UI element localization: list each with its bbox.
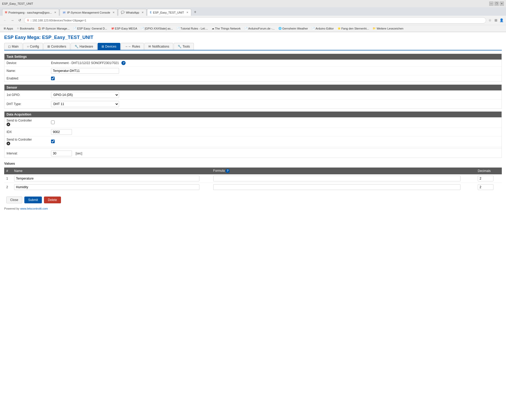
minimize-button[interactable]: — (489, 2, 493, 6)
bookmark-fang[interactable]: ⭐ Fang den Sternenhi... (336, 26, 371, 31)
back-button[interactable]: ← (2, 18, 8, 23)
row2-formula-input[interactable] (213, 184, 460, 190)
forward-button[interactable]: → (9, 18, 15, 23)
send-controller1-info-icon[interactable]: ● (7, 123, 10, 126)
address-input[interactable]: ℹ | 192.168.123.60/devices?index=2&page=… (24, 17, 486, 24)
home-icon: 🏠 (38, 27, 41, 30)
enabled-row: Enabled: (4, 75, 502, 82)
data-acquisition-header: Data Acquisition (4, 112, 502, 117)
formula-help-icon[interactable]: ? (226, 169, 230, 173)
send-controller1-checkbox[interactable] (51, 120, 55, 124)
nav-tabs: ◻ Main ○ Config ⊞ Controllers 🔧 Hardware… (4, 43, 502, 50)
tab-label-whatsapp: WhatsApp (126, 11, 139, 14)
submit-button[interactable]: Submit (24, 197, 42, 203)
bookmark-things-network[interactable]: ☁ The Things Network (210, 26, 242, 31)
tab-ipsymcon[interactable]: IP IP-Symcon Management Console ✕ (60, 9, 117, 16)
tab-close-espeasy[interactable]: ✕ (186, 11, 188, 14)
dht-type-select[interactable]: DHT 11 DHT 22 DHT 12 (51, 101, 119, 107)
tab-rules[interactable]: →→ Rules (121, 43, 144, 50)
buttons-row: Close Submit Delete (4, 194, 502, 206)
bookmark-tutorial[interactable]: 📄 Tutorial Rules - Let:... (175, 26, 210, 31)
footer: Powered by www.letscontrolit.com (4, 206, 502, 211)
bookmarks-bar: ⊞ Apps ☆ Bookmarks 🏠 IP-Symcon Manage...… (0, 25, 506, 32)
bookmark-gpio[interactable]: 📄 [GPIO-XX#State] as... (139, 26, 175, 31)
send-controller2-info-icon[interactable]: ● (7, 142, 10, 145)
rules-icon: →→ (125, 45, 131, 48)
tab-close-ipsymcon[interactable]: ✕ (113, 11, 115, 14)
tab-favicon-espeasy: E (150, 11, 152, 14)
account-icon[interactable]: 👤 (499, 18, 504, 23)
send-controller2-checkbox[interactable] (51, 140, 55, 143)
close-button[interactable]: ✕ (500, 2, 504, 6)
send-controller1-label: Send to Controller ● (7, 119, 48, 126)
bookmark-espeasy-mega[interactable]: 🐙 ESP-Easy MEGA (109, 26, 139, 31)
send-controller2-text: Send to Controller (7, 138, 48, 141)
row1-formula-input[interactable] (213, 176, 460, 181)
row2-name-input[interactable] (14, 184, 199, 190)
bookmark-apps-label: Apps (7, 27, 13, 30)
tab-main[interactable]: ◻ Main (4, 43, 23, 50)
bookmark-more[interactable]: 📁 Weitere Lesezeichen (371, 26, 405, 31)
row1-decimals-input[interactable] (478, 176, 493, 181)
reload-button[interactable]: ↺ (17, 18, 23, 23)
send-controller1-text: Send to Controller (7, 119, 48, 122)
bookmark-bookmarks[interactable]: ☆ Bookmarks (15, 26, 36, 31)
bookmark-fang-label: Fang den Sternenhi... (341, 27, 369, 30)
tab-notifications[interactable]: ✉ Notifications (144, 43, 173, 50)
tab-close-whatsapp[interactable]: ✕ (142, 11, 144, 14)
delete-button[interactable]: Delete (44, 197, 61, 203)
security-icon: ℹ (27, 19, 29, 22)
restore-button[interactable]: ❐ (494, 2, 499, 6)
bookmark-arduino-forum-label: ArduinoForum.de -... (248, 27, 275, 30)
device-help-icon[interactable]: ? (121, 61, 126, 65)
bookmark-apps[interactable]: ⊞ Apps (2, 26, 15, 31)
extension-icon[interactable]: ⊞ (493, 18, 498, 23)
row2-decimals-input[interactable] (478, 184, 493, 190)
row1-name-input[interactable] (14, 176, 199, 181)
bookmark-ipsymcon[interactable]: 🏠 IP-Symcon Manage... (36, 26, 71, 31)
bookmark-espeasy-general[interactable]: 📄 ESP Easy: General D... (72, 26, 109, 31)
bookmark-arduino-editor[interactable]: 📄 Arduino Editor (310, 26, 335, 31)
tab-controllers-label: Controllers (51, 45, 66, 48)
tab-config[interactable]: ○ Config (23, 43, 43, 50)
bookmark-star-icon[interactable]: ☆ (488, 18, 492, 23)
tab-favicon-ipsymcon: IP (63, 11, 66, 14)
address-text: 192.168.123.60/devices?index=2&page=1 (32, 19, 86, 22)
tab-devices-label: Devices (105, 45, 116, 48)
close-button[interactable]: Close (6, 197, 22, 203)
doc-icon-2: 📄 (141, 27, 144, 30)
col-decimals-header: Decimals (476, 168, 502, 174)
gpio-row: 1st GPIO: GPIO-14 (D5) GPIO-12 (D6) GPIO… (4, 90, 502, 100)
tab-devices[interactable]: ⊞ Devices (98, 43, 120, 50)
row2-formula-cell (211, 183, 476, 191)
new-tab-button[interactable]: + (192, 10, 198, 14)
title-bar: ESP_Easy_TEST_UNIT — ❐ ✕ (0, 0, 506, 7)
tab-close-gmail[interactable]: ✕ (54, 11, 56, 14)
bookmark-arduino-forum[interactable]: 📄 ArduinoForum.de -... (243, 26, 276, 31)
interval-unit: [sec] (76, 152, 82, 155)
tab-gmail[interactable]: M Posteingang - saschagma@goo... ✕ (2, 9, 59, 16)
row2-decimals-cell (476, 183, 502, 191)
browser-title: ESP_Easy_TEST_UNIT (2, 2, 33, 5)
doc-icon-5: 📄 (312, 27, 315, 30)
name-input[interactable] (51, 68, 119, 74)
tab-tools-label: Tools (183, 45, 190, 48)
col-formula-header: Formula ? (211, 168, 476, 174)
enabled-label: Enabled: (7, 77, 48, 80)
bookmark-weather[interactable]: 🌐 Gernsheim Weather (277, 26, 310, 31)
bookmark-tutorial-label: Tutorial Rules - Let:... (181, 27, 208, 30)
tab-tools[interactable]: 🔧 Tools (174, 43, 194, 50)
tab-espeasy[interactable]: E ESP_Easy_TEST_UNIT ✕ (147, 9, 191, 16)
table-row: 2 (4, 183, 502, 191)
letscontrolit-link[interactable]: www.letscontrolit.com (20, 207, 48, 210)
tab-controllers[interactable]: ⊞ Controllers (43, 43, 70, 50)
star-icon: ☆ (17, 27, 19, 30)
idx-input[interactable] (51, 129, 72, 135)
gpio-select[interactable]: GPIO-14 (D5) GPIO-12 (D6) GPIO-13 (D7) (51, 92, 119, 98)
tab-hardware[interactable]: 🔧 Hardware (71, 43, 97, 50)
enabled-checkbox[interactable] (51, 77, 55, 80)
tab-hardware-label: Hardware (80, 45, 93, 48)
doc-icon-3: 📄 (177, 27, 180, 30)
tab-whatsapp[interactable]: 💬 WhatsApp ✕ (118, 9, 147, 16)
interval-input[interactable] (51, 151, 72, 156)
